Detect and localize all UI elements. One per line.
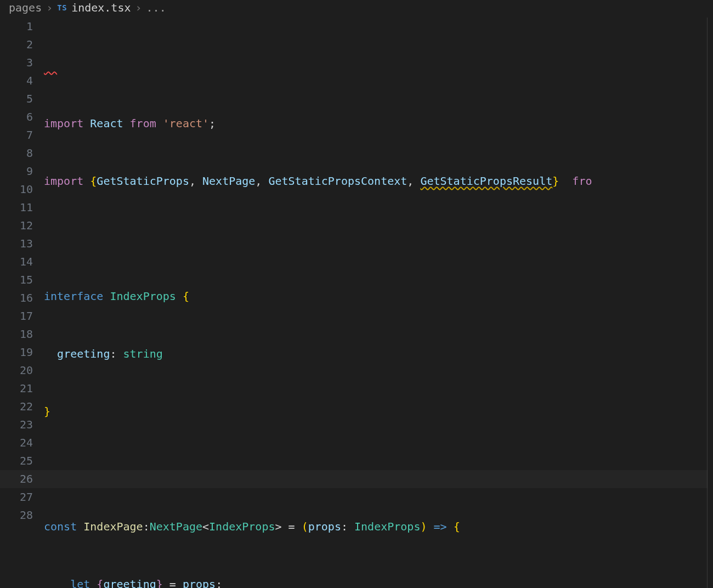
code-line[interactable] [44, 230, 713, 248]
token-prop: greeting [57, 347, 110, 360]
code-line[interactable]: interface IndexProps { [44, 287, 713, 306]
line-number: 19 [0, 343, 33, 361]
line-number: 20 [0, 361, 33, 380]
line-number: 27 [0, 488, 33, 506]
line-number: 17 [0, 307, 33, 325]
line-number: 6 [0, 108, 33, 126]
token-keyword: from [130, 117, 156, 130]
code-area[interactable]: import React from 'react'; import {GetSt… [44, 18, 713, 588]
line-number-gutter: 1 2 3 4 5 6 7 8 9 10 11 12 13 14 15 16 1… [0, 18, 44, 588]
token-ident: React [90, 117, 123, 130]
token-ident: props [183, 578, 216, 588]
line-number: 2 [0, 36, 33, 54]
line-number: 9 [0, 162, 33, 180]
token-type: IndexProps [209, 520, 275, 533]
breadcrumb-folder[interactable]: pages [9, 1, 42, 14]
code-line[interactable]: greeting: string [44, 345, 713, 363]
line-number: 1 [0, 18, 33, 36]
token-ident: GetStaticProps [97, 174, 189, 188]
code-line[interactable]: let {greeting} = props; [44, 575, 713, 588]
code-line[interactable]: import {GetStaticProps, NextPage, GetSta… [44, 172, 713, 190]
typescript-file-icon: TS [57, 3, 67, 12]
line-number: 23 [0, 416, 33, 434]
code-line[interactable] [44, 57, 713, 75]
token-type: IndexProps [354, 520, 420, 533]
code-editor[interactable]: 1 2 3 4 5 6 7 8 9 10 11 12 13 14 15 16 1… [0, 18, 713, 588]
code-line[interactable]: import React from 'react'; [44, 115, 713, 133]
line-number: 5 [0, 90, 33, 108]
token-type: IndexProps [110, 290, 176, 303]
code-line[interactable]: } [44, 403, 713, 421]
line-number: 4 [0, 72, 33, 90]
chevron-right-icon: › [46, 1, 53, 14]
token-type: NextPage [150, 520, 202, 533]
line-number: 12 [0, 217, 33, 235]
line-number: 16 [0, 289, 33, 307]
token-type: string [123, 347, 163, 360]
token-ident: GetStaticPropsContext [268, 174, 407, 188]
line-number: 14 [0, 253, 33, 271]
breadcrumb[interactable]: pages › TS index.tsx › ... [0, 0, 713, 18]
token-ident: NextPage [202, 174, 255, 188]
line-number: 25 [0, 452, 33, 470]
token-var: greeting [103, 578, 156, 588]
token-keyword: import [44, 174, 83, 188]
token-keyword: import [44, 117, 83, 130]
code-line[interactable] [44, 460, 713, 478]
line-number: 26 [0, 470, 33, 488]
line-number: 22 [0, 398, 33, 416]
token-fn: IndexPage [83, 520, 143, 533]
line-number: 3 [0, 54, 33, 72]
line-number: 13 [0, 235, 33, 253]
line-number: 24 [0, 434, 33, 452]
token-keyword: const [44, 520, 77, 533]
code-line[interactable]: const IndexPage:NextPage<IndexProps> = (… [44, 518, 713, 536]
token-keyword: interface [44, 290, 103, 303]
line-number: 8 [0, 144, 33, 162]
line-number: 18 [0, 325, 33, 343]
chevron-right-icon: › [135, 1, 142, 14]
token-param: props [308, 520, 341, 533]
line-number: 28 [0, 506, 33, 524]
token-ident: GetStaticPropsResult [420, 174, 552, 188]
line-number: 15 [0, 271, 33, 289]
breadcrumb-symbol[interactable]: ... [146, 1, 166, 14]
line-number: 7 [0, 126, 33, 144]
token-string: 'react' [163, 117, 209, 130]
line-number: 11 [0, 199, 33, 217]
token-keyword: let [70, 578, 90, 588]
line-number: 21 [0, 380, 33, 398]
breadcrumb-file[interactable]: index.tsx [71, 1, 131, 14]
line-number: 10 [0, 180, 33, 199]
token-keyword: fro [565, 174, 592, 188]
